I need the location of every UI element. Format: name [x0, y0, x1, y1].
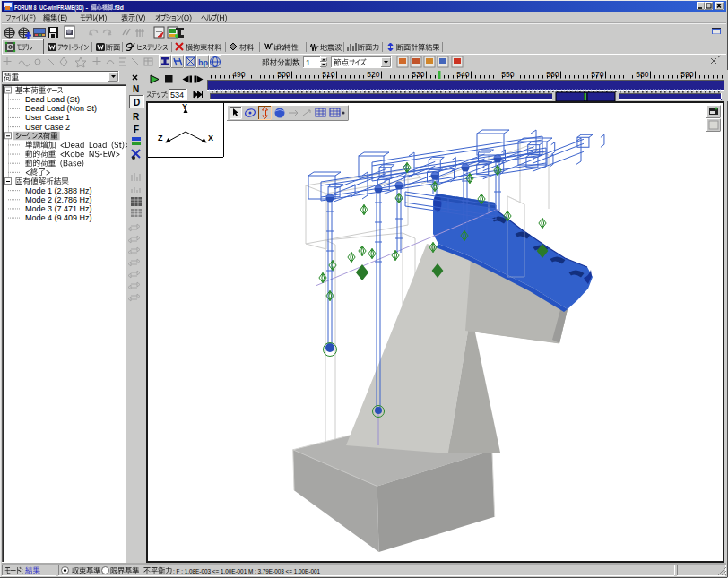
svg-text:Z: Z [158, 134, 163, 142]
svg-text:534: 534 [170, 91, 184, 99]
svg-text:N: N [133, 84, 139, 94]
svg-text:1: 1 [306, 58, 310, 67]
svg-text:Mode 2 (2.786 Hz): Mode 2 (2.786 Hz) [25, 195, 92, 204]
svg-text:500: 500 [277, 70, 290, 79]
svg-text:Mode 1 (2.388 Hz): Mode 1 (2.388 Hz) [25, 186, 92, 195]
svg-text:570: 570 [591, 70, 603, 79]
svg-text:User Case 2: User Case 2 [25, 123, 70, 132]
svg-text:User Case 1: User Case 1 [25, 113, 70, 122]
svg-text:580: 580 [636, 70, 648, 79]
svg-text:Mode 3 (7.471 Hz): Mode 3 (7.471 Hz) [25, 204, 92, 213]
svg-text:510: 510 [322, 70, 334, 79]
svg-text:590: 590 [680, 70, 693, 79]
svg-text:490: 490 [232, 70, 245, 79]
svg-text:D: D [134, 98, 140, 108]
svg-text:560: 560 [546, 70, 559, 79]
svg-text:.f3d: .f3d [113, 4, 124, 12]
svg-text:-: - [86, 4, 89, 12]
svg-text:bp: bp [198, 58, 208, 67]
svg-text:Mode 4 (9.409 Hz): Mode 4 (9.409 Hz) [25, 213, 92, 222]
svg-text:Dead Load (St): Dead Load (St) [25, 95, 80, 104]
svg-text:: F : 1.08E-003 <= 1.00E-001 M: : F : 1.08E-003 <= 1.00E-001 M : 3.79E-0… [173, 567, 320, 575]
svg-text:F: F [134, 125, 139, 134]
svg-text:Dead Load (Non St): Dead Load (Non St) [25, 104, 97, 113]
svg-text:Y: Y [182, 102, 187, 111]
svg-text:550: 550 [501, 70, 514, 79]
svg-text:540: 540 [456, 70, 469, 79]
svg-text:FORUM 8: FORUM 8 [14, 4, 37, 12]
svg-text:530: 530 [412, 70, 424, 79]
svg-text:R: R [133, 112, 140, 122]
svg-text:520: 520 [367, 70, 379, 79]
svg-text:UC-win/FRAME(3D): UC-win/FRAME(3D) [39, 4, 84, 12]
svg-text:X: X [208, 134, 213, 142]
